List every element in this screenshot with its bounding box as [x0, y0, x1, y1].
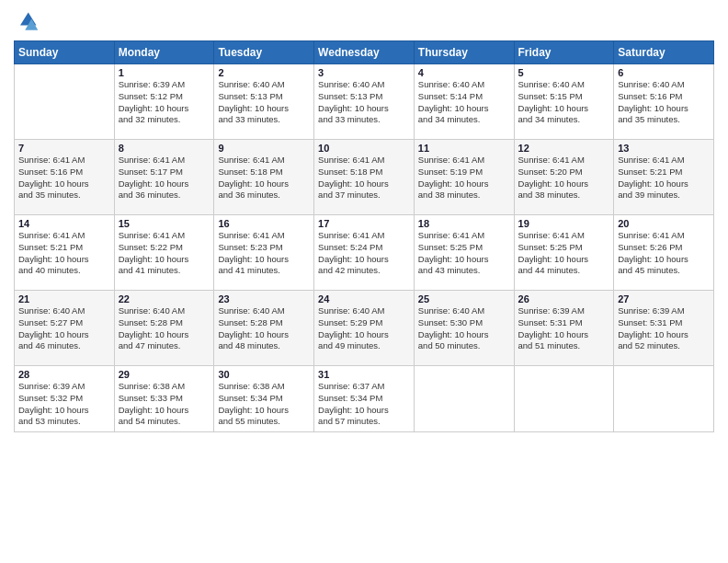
day-info: Sunrise: 6:41 AM Sunset: 5:20 PM Dayligh…: [518, 155, 610, 201]
day-number: 12: [518, 143, 610, 154]
calendar-cell: [414, 366, 514, 432]
weekday-monday: Monday: [114, 41, 214, 64]
calendar-cell: 8Sunrise: 6:41 AM Sunset: 5:17 PM Daylig…: [114, 140, 214, 215]
day-number: 19: [518, 218, 610, 229]
weekday-tuesday: Tuesday: [214, 41, 314, 64]
day-number: 17: [318, 218, 410, 229]
day-info: Sunrise: 6:41 AM Sunset: 5:25 PM Dayligh…: [518, 230, 610, 277]
calendar-cell: 15Sunrise: 6:41 AM Sunset: 5:22 PM Dayli…: [114, 215, 214, 291]
day-info: Sunrise: 6:40 AM Sunset: 5:29 PM Dayligh…: [318, 305, 410, 352]
calendar-cell: 17Sunrise: 6:41 AM Sunset: 5:24 PM Dayli…: [314, 215, 415, 291]
calendar-cell: 23Sunrise: 6:40 AM Sunset: 5:28 PM Dayli…: [214, 291, 314, 366]
day-info: Sunrise: 6:41 AM Sunset: 5:25 PM Dayligh…: [418, 230, 510, 277]
day-number: 9: [218, 143, 310, 154]
day-info: Sunrise: 6:39 AM Sunset: 5:31 PM Dayligh…: [518, 305, 610, 352]
calendar-cell: 18Sunrise: 6:41 AM Sunset: 5:25 PM Dayli…: [414, 215, 514, 291]
day-number: 1: [119, 67, 210, 78]
day-info: Sunrise: 6:38 AM Sunset: 5:33 PM Dayligh…: [119, 381, 210, 428]
day-number: 2: [218, 67, 310, 78]
day-info: Sunrise: 6:41 AM Sunset: 5:23 PM Dayligh…: [218, 230, 310, 277]
day-number: 10: [318, 143, 410, 154]
calendar-cell: 24Sunrise: 6:40 AM Sunset: 5:29 PM Dayli…: [314, 291, 415, 366]
day-info: Sunrise: 6:40 AM Sunset: 5:15 PM Dayligh…: [518, 79, 610, 126]
calendar-cell: 25Sunrise: 6:40 AM Sunset: 5:30 PM Dayli…: [414, 291, 514, 366]
day-info: Sunrise: 6:39 AM Sunset: 5:32 PM Dayligh…: [18, 381, 110, 428]
day-number: 8: [119, 143, 210, 154]
day-number: 4: [418, 67, 510, 78]
calendar-cell: 13Sunrise: 6:41 AM Sunset: 5:21 PM Dayli…: [614, 140, 714, 215]
calendar-cell: 12Sunrise: 6:41 AM Sunset: 5:20 PM Dayli…: [514, 140, 614, 215]
calendar-cell: 14Sunrise: 6:41 AM Sunset: 5:21 PM Dayli…: [15, 215, 115, 291]
calendar-cell: 22Sunrise: 6:40 AM Sunset: 5:28 PM Dayli…: [114, 291, 214, 366]
day-info: Sunrise: 6:41 AM Sunset: 5:19 PM Dayligh…: [418, 155, 510, 201]
day-info: Sunrise: 6:41 AM Sunset: 5:24 PM Dayligh…: [318, 230, 410, 277]
day-number: 11: [418, 143, 510, 154]
calendar-cell: 27Sunrise: 6:39 AM Sunset: 5:31 PM Dayli…: [614, 291, 714, 366]
calendar-cell: 20Sunrise: 6:41 AM Sunset: 5:26 PM Dayli…: [614, 215, 714, 291]
day-number: 5: [518, 67, 610, 78]
day-number: 15: [119, 218, 210, 229]
day-number: 6: [618, 67, 710, 78]
day-number: 18: [418, 218, 510, 229]
day-number: 3: [318, 67, 410, 78]
day-info: Sunrise: 6:37 AM Sunset: 5:34 PM Dayligh…: [318, 381, 410, 428]
day-info: Sunrise: 6:40 AM Sunset: 5:27 PM Dayligh…: [18, 305, 110, 352]
weekday-header-row: SundayMondayTuesdayWednesdayThursdayFrid…: [15, 41, 714, 64]
day-info: Sunrise: 6:40 AM Sunset: 5:14 PM Dayligh…: [418, 79, 510, 126]
calendar-cell: 30Sunrise: 6:38 AM Sunset: 5:34 PM Dayli…: [214, 366, 314, 432]
calendar-cell: 9Sunrise: 6:41 AM Sunset: 5:18 PM Daylig…: [214, 140, 314, 215]
day-info: Sunrise: 6:41 AM Sunset: 5:18 PM Dayligh…: [318, 155, 410, 201]
day-info: Sunrise: 6:40 AM Sunset: 5:28 PM Dayligh…: [119, 305, 210, 352]
day-info: Sunrise: 6:40 AM Sunset: 5:16 PM Dayligh…: [618, 79, 710, 126]
day-info: Sunrise: 6:41 AM Sunset: 5:18 PM Dayligh…: [218, 155, 310, 201]
day-number: 31: [318, 369, 410, 380]
calendar-cell: [514, 366, 614, 432]
weekday-thursday: Thursday: [414, 41, 514, 64]
weekday-saturday: Saturday: [614, 41, 714, 64]
day-number: 28: [18, 369, 110, 380]
calendar-cell: 2Sunrise: 6:40 AM Sunset: 5:13 PM Daylig…: [214, 64, 314, 140]
day-number: 7: [18, 143, 110, 154]
day-info: Sunrise: 6:41 AM Sunset: 5:22 PM Dayligh…: [119, 230, 210, 277]
weekday-sunday: Sunday: [15, 41, 115, 64]
calendar-cell: 16Sunrise: 6:41 AM Sunset: 5:23 PM Dayli…: [214, 215, 314, 291]
calendar-cell: 19Sunrise: 6:41 AM Sunset: 5:25 PM Dayli…: [514, 215, 614, 291]
day-number: 29: [119, 369, 210, 380]
calendar-cell: 11Sunrise: 6:41 AM Sunset: 5:19 PM Dayli…: [414, 140, 514, 215]
header: [14, 9, 714, 35]
weekday-friday: Friday: [514, 41, 614, 64]
calendar-cell: 1Sunrise: 6:39 AM Sunset: 5:12 PM Daylig…: [114, 64, 214, 140]
weekday-wednesday: Wednesday: [314, 41, 415, 64]
day-number: 30: [218, 369, 310, 380]
day-number: 16: [218, 218, 310, 229]
day-number: 20: [618, 218, 710, 229]
page: SundayMondayTuesdayWednesdayThursdayFrid…: [0, 0, 728, 563]
calendar-cell: 31Sunrise: 6:37 AM Sunset: 5:34 PM Dayli…: [314, 366, 415, 432]
day-info: Sunrise: 6:39 AM Sunset: 5:12 PM Dayligh…: [119, 79, 210, 126]
calendar-table: SundayMondayTuesdayWednesdayThursdayFrid…: [14, 40, 714, 432]
day-info: Sunrise: 6:39 AM Sunset: 5:31 PM Dayligh…: [618, 305, 710, 352]
calendar-cell: 29Sunrise: 6:38 AM Sunset: 5:33 PM Dayli…: [114, 366, 214, 432]
calendar-cell: 10Sunrise: 6:41 AM Sunset: 5:18 PM Dayli…: [314, 140, 415, 215]
day-number: 22: [119, 293, 210, 304]
day-number: 25: [418, 293, 510, 304]
day-info: Sunrise: 6:40 AM Sunset: 5:28 PM Dayligh…: [218, 305, 310, 352]
day-number: 24: [318, 293, 410, 304]
day-info: Sunrise: 6:41 AM Sunset: 5:21 PM Dayligh…: [618, 155, 710, 201]
day-number: 13: [618, 143, 710, 154]
day-info: Sunrise: 6:40 AM Sunset: 5:13 PM Dayligh…: [318, 79, 410, 126]
day-number: 26: [518, 293, 610, 304]
calendar-cell: 7Sunrise: 6:41 AM Sunset: 5:16 PM Daylig…: [15, 140, 115, 215]
calendar-cell: 28Sunrise: 6:39 AM Sunset: 5:32 PM Dayli…: [15, 366, 115, 432]
day-info: Sunrise: 6:41 AM Sunset: 5:16 PM Dayligh…: [18, 155, 110, 201]
day-number: 14: [18, 218, 110, 229]
calendar-cell: [614, 366, 714, 432]
day-info: Sunrise: 6:40 AM Sunset: 5:30 PM Dayligh…: [418, 305, 510, 352]
calendar-cell: 3Sunrise: 6:40 AM Sunset: 5:13 PM Daylig…: [314, 64, 415, 140]
day-info: Sunrise: 6:38 AM Sunset: 5:34 PM Dayligh…: [218, 381, 310, 428]
calendar-cell: [15, 64, 115, 140]
calendar-cell: 4Sunrise: 6:40 AM Sunset: 5:14 PM Daylig…: [414, 64, 514, 140]
calendar-cell: 21Sunrise: 6:40 AM Sunset: 5:27 PM Dayli…: [15, 291, 115, 366]
day-info: Sunrise: 6:41 AM Sunset: 5:26 PM Dayligh…: [618, 230, 710, 277]
logo-icon: [14, 9, 40, 35]
